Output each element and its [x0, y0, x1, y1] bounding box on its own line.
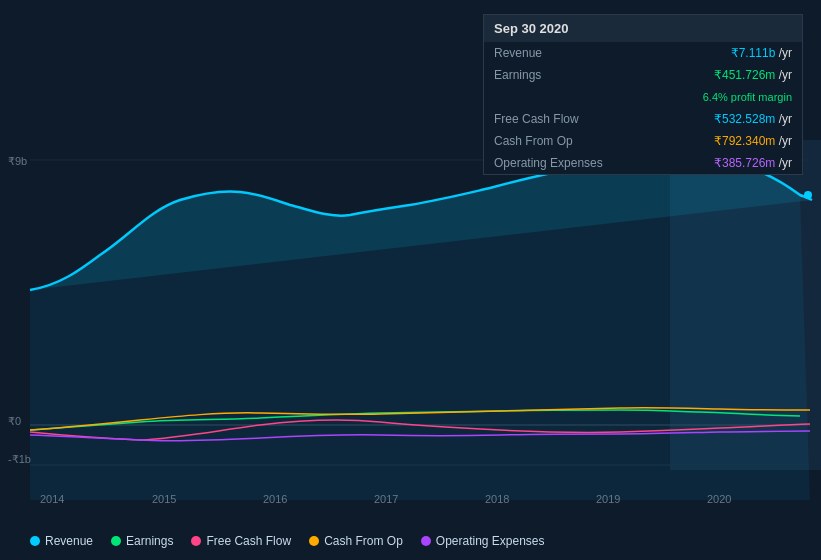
y-label-top: ₹9b [8, 155, 27, 168]
tooltip-row-fcf: Free Cash Flow ₹532.528m /yr [484, 108, 802, 130]
x-label-2016: 2016 [263, 493, 287, 505]
legend-item-earnings[interactable]: Earnings [111, 534, 173, 548]
tooltip-label-earnings: Earnings [484, 64, 656, 86]
x-label-2014: 2014 [40, 493, 64, 505]
tooltip-value-cashfromop: ₹792.340m /yr [656, 130, 802, 152]
y-label-zero: ₹0 [8, 415, 21, 428]
legend-item-cashfromop[interactable]: Cash From Op [309, 534, 403, 548]
tooltip-value-opex: ₹385.726m /yr [656, 152, 802, 174]
x-label-2020: 2020 [707, 493, 731, 505]
tooltip-label-margin [484, 86, 656, 108]
tooltip-value-earnings: ₹451.726m /yr [656, 64, 802, 86]
tooltip-row-margin: 6.4% profit margin [484, 86, 802, 108]
legend-dot-fcf [191, 536, 201, 546]
legend-label-cashfromop: Cash From Op [324, 534, 403, 548]
legend-label-opex: Operating Expenses [436, 534, 545, 548]
tooltip-label-fcf: Free Cash Flow [484, 108, 656, 130]
x-label-2019: 2019 [596, 493, 620, 505]
tooltip-row-earnings: Earnings ₹451.726m /yr [484, 64, 802, 86]
legend-dot-opex [421, 536, 431, 546]
legend-dot-earnings [111, 536, 121, 546]
revenue-dot [804, 191, 812, 199]
tooltip-row-opex: Operating Expenses ₹385.726m /yr [484, 152, 802, 174]
tooltip-label-opex: Operating Expenses [484, 152, 656, 174]
legend-item-fcf[interactable]: Free Cash Flow [191, 534, 291, 548]
legend-item-revenue[interactable]: Revenue [30, 534, 93, 548]
chart-container: ₹9b ₹0 -₹1b 2014 2015 2016 2017 2018 201… [0, 0, 821, 560]
tooltip-header: Sep 30 2020 [484, 15, 802, 42]
tooltip-value-fcf: ₹532.528m /yr [656, 108, 802, 130]
legend-dot-cashfromop [309, 536, 319, 546]
tooltip-label-cashfromop: Cash From Op [484, 130, 656, 152]
legend: Revenue Earnings Free Cash Flow Cash Fro… [30, 534, 545, 548]
tooltip-row-cashfromop: Cash From Op ₹792.340m /yr [484, 130, 802, 152]
tooltip-value-margin: 6.4% profit margin [656, 86, 802, 108]
legend-dot-revenue [30, 536, 40, 546]
tooltip-label-revenue: Revenue [484, 42, 656, 64]
tooltip-value-revenue: ₹7.111b /yr [656, 42, 802, 64]
x-label-2017: 2017 [374, 493, 398, 505]
tooltip-box: Sep 30 2020 Revenue ₹7.111b /yr Earnings… [483, 14, 803, 175]
x-label-2015: 2015 [152, 493, 176, 505]
legend-label-revenue: Revenue [45, 534, 93, 548]
y-label-neg: -₹1b [8, 453, 31, 466]
tooltip-table: Revenue ₹7.111b /yr Earnings ₹451.726m /… [484, 42, 802, 174]
legend-label-earnings: Earnings [126, 534, 173, 548]
tooltip-row-revenue: Revenue ₹7.111b /yr [484, 42, 802, 64]
legend-item-opex[interactable]: Operating Expenses [421, 534, 545, 548]
legend-label-fcf: Free Cash Flow [206, 534, 291, 548]
x-label-2018: 2018 [485, 493, 509, 505]
